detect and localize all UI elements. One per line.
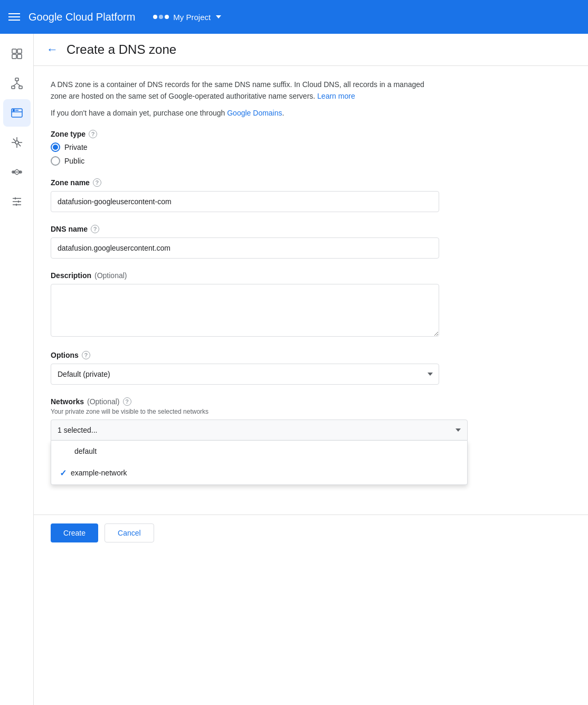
dns-name-section: DNS name ? <box>51 225 439 259</box>
dns-name-label: DNS name ? <box>51 225 439 233</box>
svg-rect-4 <box>15 78 18 81</box>
zone-name-help-icon[interactable]: ? <box>93 178 101 187</box>
home-icon <box>10 46 24 61</box>
svg-line-8 <box>13 83 17 86</box>
network-topology-icon <box>10 76 24 91</box>
svg-rect-0 <box>12 49 16 53</box>
description-paragraph: A DNS zone is a container of DNS records… <box>51 79 439 102</box>
networks-label: Networks <box>51 397 84 406</box>
interconnect-icon <box>10 165 24 179</box>
project-icon <box>153 15 169 19</box>
radio-private-button[interactable] <box>51 142 60 152</box>
app-title: Google Cloud Platform <box>29 11 135 23</box>
networks-optional: (Optional) <box>87 397 119 406</box>
sidebar-item-home[interactable] <box>3 40 31 68</box>
zone-type-help-icon[interactable]: ? <box>89 130 97 138</box>
sidebar-item-interconnect[interactable] <box>3 158 31 186</box>
options-select-wrapper: Default (private) <box>51 364 439 385</box>
radio-private[interactable]: Private <box>51 142 439 152</box>
google-domains-link[interactable]: Google Domains <box>227 109 282 117</box>
sidebar-item-routing[interactable] <box>3 129 31 156</box>
network-example-label: example-network <box>71 469 127 477</box>
zone-type-radio-group: Private Public <box>51 142 439 166</box>
options-label: Options ? <box>51 351 439 359</box>
radio-private-label: Private <box>64 143 88 151</box>
dns-name-input[interactable] <box>51 237 439 259</box>
zone-type-label: Zone type ? <box>51 130 439 138</box>
topbar: Google Cloud Platform My Project <box>0 0 588 34</box>
networks-subtitle: Your private zone will be visible to the… <box>51 408 439 415</box>
radio-public-label: Public <box>64 157 84 165</box>
zone-name-label: Zone name ? <box>51 178 439 187</box>
routing-icon <box>10 135 24 150</box>
svg-rect-2 <box>12 54 16 59</box>
network-item-default[interactable]: default <box>51 441 467 462</box>
chevron-down-icon <box>216 15 221 18</box>
description-field-section: Description (Optional) <box>51 271 439 338</box>
menu-button[interactable] <box>8 13 20 21</box>
create-button[interactable]: Create <box>51 523 98 542</box>
dns-name-help-icon[interactable]: ? <box>91 225 99 233</box>
description-field-label: Description (Optional) <box>51 271 439 280</box>
options-section: Options ? Default (private) <box>51 351 439 385</box>
radio-public[interactable]: Public <box>51 156 439 166</box>
back-button[interactable]: ← <box>46 43 58 56</box>
learn-more-link[interactable]: Learn more <box>317 92 355 100</box>
zone-name-input[interactable] <box>51 191 439 212</box>
svg-line-20 <box>18 144 20 146</box>
svg-rect-6 <box>19 86 22 89</box>
networks-chevron-down-icon <box>456 428 461 432</box>
networks-dropdown-list: default ✓ example-network <box>51 441 468 485</box>
main-content: ← Create a DNS zone A DNS zone is a cont… <box>34 34 588 705</box>
svg-rect-1 <box>17 49 22 53</box>
domain-paragraph: If you don't have a domain yet, purchase… <box>51 109 439 117</box>
network-default-label: default <box>74 447 97 455</box>
svg-rect-3 <box>17 54 22 59</box>
description-text: A DNS zone is a container of DNS records… <box>51 80 424 100</box>
description-optional: (Optional) <box>94 271 127 280</box>
sidebar-item-network-topology[interactable] <box>3 70 31 97</box>
page-header: ← Create a DNS zone <box>34 34 588 66</box>
form-content: A DNS zone is a container of DNS records… <box>34 66 456 510</box>
firewall-icon <box>10 194 24 209</box>
svg-point-12 <box>13 110 14 111</box>
svg-line-19 <box>13 139 15 141</box>
networks-selected-label: 1 selected... <box>58 426 98 434</box>
description-textarea[interactable] <box>51 284 439 337</box>
project-selector[interactable]: My Project <box>148 9 226 25</box>
sidebar <box>0 34 34 705</box>
zone-type-section: Zone type ? Private Public <box>51 130 439 166</box>
domain-text: If you don't have a domain yet, purchase… <box>51 109 225 117</box>
networks-section: Networks (Optional) ? Your private zone … <box>51 397 439 485</box>
description-section: A DNS zone is a container of DNS records… <box>51 79 439 117</box>
networks-dropdown-trigger[interactable]: 1 selected... <box>51 420 468 441</box>
networks-label-row: Networks (Optional) ? <box>51 397 439 406</box>
networks-help-icon[interactable]: ? <box>123 397 131 406</box>
radio-public-button[interactable] <box>51 156 60 166</box>
dns-icon <box>10 106 24 120</box>
svg-point-14 <box>15 141 18 144</box>
networks-dropdown-container: 1 selected... default ✓ example-network <box>51 420 468 485</box>
radio-private-inner <box>53 145 58 150</box>
sidebar-item-firewall[interactable] <box>3 188 31 215</box>
svg-rect-5 <box>12 86 15 89</box>
cancel-button[interactable]: Cancel <box>105 523 154 542</box>
action-buttons: Create Cancel <box>34 515 588 551</box>
network-item-example[interactable]: ✓ example-network <box>51 462 467 484</box>
options-help-icon[interactable]: ? <box>82 351 90 359</box>
zone-name-section: Zone name ? <box>51 178 439 212</box>
svg-line-9 <box>17 83 21 86</box>
project-name: My Project <box>173 13 211 22</box>
options-select[interactable]: Default (private) <box>51 364 439 385</box>
page-title: Create a DNS zone <box>67 42 176 57</box>
sidebar-item-dns[interactable] <box>3 99 31 127</box>
network-example-check-icon: ✓ <box>60 468 67 478</box>
